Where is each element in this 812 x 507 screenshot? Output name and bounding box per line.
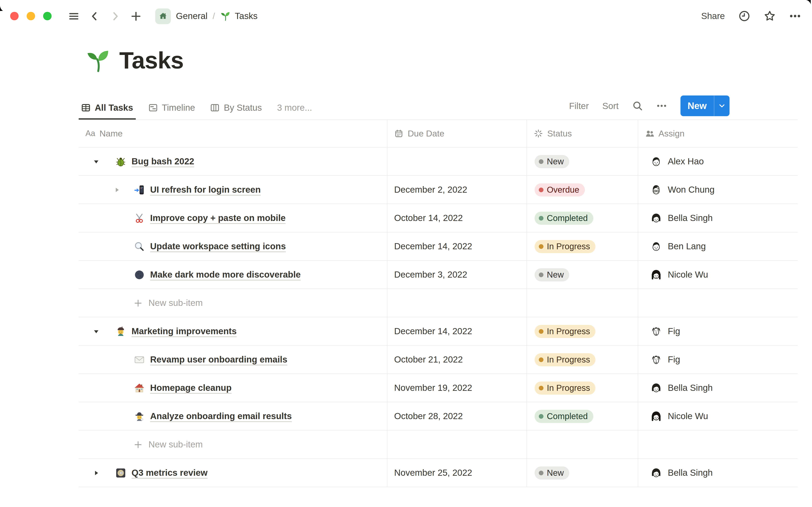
zoom-window-button[interactable] (43, 12, 52, 20)
task-title[interactable]: Marketing improvements (132, 326, 237, 336)
detective-emoji (134, 410, 145, 422)
status-cell[interactable]: Completed (527, 204, 638, 232)
status-spinner-icon (534, 129, 543, 138)
status-cell[interactable]: Overdue (527, 176, 638, 204)
home-icon[interactable] (155, 8, 171, 24)
task-title[interactable]: Update workspace setting icons (150, 241, 286, 251)
task-title[interactable]: Revamp user onboarding emails (150, 354, 287, 364)
task-title[interactable]: Bug bash 2022 (132, 156, 194, 166)
sort-button[interactable]: Sort (602, 101, 618, 111)
forward-button[interactable] (107, 8, 123, 24)
task-title[interactable]: Improve copy + paste on mobile (150, 213, 286, 223)
tab-timeline[interactable]: Timeline (146, 103, 198, 120)
view-options-icon[interactable] (656, 101, 667, 111)
task-title[interactable]: Q3 metrics review (132, 468, 208, 478)
assignee-cell[interactable]: Fig (638, 317, 798, 345)
due-date-cell[interactable]: December 2, 2022 (388, 176, 527, 204)
scissors-emoji (134, 212, 145, 224)
more-options-icon[interactable] (789, 10, 801, 22)
due-date-cell[interactable]: December 3, 2022 (388, 261, 527, 289)
breadcrumb-page[interactable]: Tasks (235, 11, 258, 21)
column-header-name[interactable]: Aa Name (79, 120, 388, 147)
collapse-toggle-icon[interactable] (91, 326, 101, 337)
avatar (650, 382, 662, 394)
assignee-cell[interactable]: Alex Hao (638, 148, 798, 175)
avatar (650, 353, 662, 366)
due-date-cell[interactable] (388, 148, 527, 175)
new-page-icon[interactable] (128, 8, 143, 24)
assignee-cell[interactable]: Nicole Wu (638, 402, 798, 430)
new-dropdown-chevron-icon[interactable] (714, 96, 729, 116)
computer-disk-emoji (115, 467, 126, 478)
assignee-cell[interactable]: Nicole Wu (638, 261, 798, 289)
due-date-cell[interactable]: November 19, 2022 (388, 374, 527, 402)
back-button[interactable] (87, 8, 102, 24)
status-cell[interactable]: In Progress (527, 232, 638, 260)
favorite-star-icon[interactable] (764, 10, 776, 22)
collapse-toggle-icon[interactable] (91, 156, 101, 167)
due-date-cell[interactable]: December 14, 2022 (388, 232, 527, 260)
search-icon[interactable] (632, 101, 643, 111)
seedling-emoji (220, 11, 231, 21)
table-row: Marketing improvements December 14, 2022… (79, 317, 798, 346)
table-row: Bug bash 2022 New Alex Hao (79, 148, 798, 176)
status-cell[interactable]: In Progress (527, 374, 638, 402)
status-cell[interactable]: New (527, 261, 638, 289)
task-title[interactable]: Analyze onboarding email results (150, 411, 292, 421)
new-button[interactable]: New (680, 96, 730, 116)
tasks-table: Aa Name Due Date Status Assign (79, 120, 798, 487)
task-title[interactable]: Homepage cleanup (150, 383, 232, 393)
new-sub-item-row[interactable]: New sub-item (79, 431, 798, 459)
status-badge: Overdue (535, 183, 585, 196)
tab-more-views[interactable]: 3 more... (274, 103, 315, 120)
new-moon-emoji (134, 269, 145, 280)
assignee-cell[interactable]: Ben Lang (638, 232, 798, 260)
avatar (650, 467, 662, 479)
assignee-cell[interactable]: Won Chung (638, 176, 798, 204)
avatar (650, 325, 662, 337)
due-date-cell[interactable]: October 28, 2022 (388, 402, 527, 430)
breadcrumb-root[interactable]: General (176, 11, 207, 21)
column-header-status[interactable]: Status (527, 120, 638, 147)
column-header-due-date[interactable]: Due Date (388, 120, 527, 147)
minimize-window-button[interactable] (27, 12, 35, 20)
sidebar-menu-icon[interactable] (66, 8, 81, 24)
window-titlebar: General / Tasks Share (0, 0, 812, 32)
table-view-icon (81, 103, 91, 112)
share-button[interactable]: Share (701, 11, 725, 21)
avatar (650, 155, 662, 168)
tab-by-status[interactable]: By Status (208, 103, 264, 120)
expand-toggle-icon[interactable] (91, 467, 101, 478)
status-badge: In Progress (535, 325, 596, 338)
table-header: Aa Name Due Date Status Assign (79, 120, 798, 148)
task-title[interactable]: Make dark mode more discoverable (150, 270, 301, 280)
due-date-cell[interactable]: December 14, 2022 (388, 317, 527, 345)
updates-clock-icon[interactable] (739, 10, 750, 22)
assignee-cell[interactable]: Bella Singh (638, 204, 798, 232)
filter-button[interactable]: Filter (569, 101, 589, 111)
assignee-cell[interactable]: Fig (638, 346, 798, 374)
envelope-emoji (134, 354, 145, 365)
plus-icon (134, 440, 143, 449)
due-date-cell[interactable]: October 21, 2022 (388, 346, 527, 374)
seedling-emoji (85, 47, 112, 74)
table-row: Make dark mode more discoverable Decembe… (79, 261, 798, 289)
expand-toggle-icon[interactable] (111, 184, 122, 195)
task-title[interactable]: UI refresh for login screen (150, 185, 261, 195)
status-cell[interactable]: Completed (527, 402, 638, 430)
close-window-button[interactable] (10, 12, 18, 20)
due-date-cell[interactable]: November 25, 2022 (388, 459, 527, 487)
due-date-cell[interactable]: October 14, 2022 (388, 204, 527, 232)
status-cell[interactable]: New (527, 148, 638, 175)
assignee-cell[interactable]: Bella Singh (638, 374, 798, 402)
page-title: Tasks (119, 47, 184, 74)
timeline-view-icon (148, 103, 158, 112)
tab-all-tasks[interactable]: All Tasks (79, 103, 136, 120)
new-sub-item-row[interactable]: New sub-item (79, 289, 798, 317)
column-header-assign[interactable]: Assign (638, 120, 798, 147)
status-badge: In Progress (535, 353, 596, 366)
status-cell[interactable]: New (527, 459, 638, 487)
status-cell[interactable]: In Progress (527, 317, 638, 345)
assignee-cell[interactable]: Bella Singh (638, 459, 798, 487)
status-cell[interactable]: In Progress (527, 346, 638, 374)
